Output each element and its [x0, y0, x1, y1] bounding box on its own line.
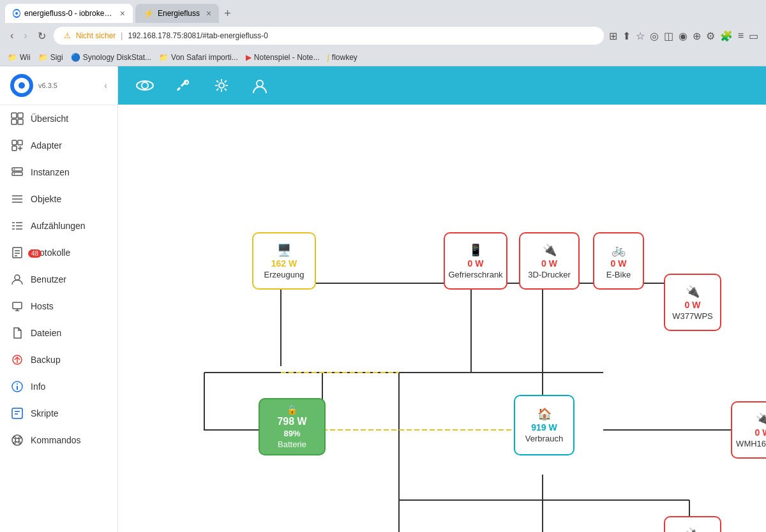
address-input[interactable]: ⚠ Nicht sicher | 192.168.178.75:8081/#ta…	[54, 27, 604, 45]
profile-icon[interactable]: ◎	[650, 30, 659, 42]
list-icon	[10, 192, 24, 206]
sidebar-item-hosts[interactable]: Hosts	[0, 293, 117, 320]
node-verbrauch[interactable]: 🏠 919 W Verbrauch	[514, 395, 574, 455]
sidebar-item-dateien[interactable]: Dateien	[0, 320, 117, 346]
sidebar-item-ubersicht-label: Übersicht	[31, 114, 68, 124]
warning-text: Nicht sicher	[76, 31, 116, 40]
sidebar-item-adapter[interactable]: Adapter	[0, 132, 117, 159]
node-batterie[interactable]: 🔒 798 W 89% Batterie	[259, 398, 326, 455]
address-text: 192.168.178.75:8081/#tab-energiefluss-0	[128, 31, 268, 40]
sidebar-item-aufzahlungen[interactable]: Aufzählungen	[0, 212, 117, 239]
sidebar-item-benutzer-label: Benutzer	[31, 274, 66, 284]
ext4-icon[interactable]: 🧩	[720, 30, 733, 42]
bookmark-synology[interactable]: 🔵 Synology DiskStat...	[71, 53, 151, 62]
tab-close-1[interactable]: ×	[120, 8, 125, 18]
sidebar-item-instanzen[interactable]: Instanzen	[0, 159, 117, 186]
sidebar-item-backup[interactable]: Backup	[0, 346, 117, 373]
new-tab-button[interactable]: +	[224, 7, 231, 20]
ebike-value: 0 W	[611, 258, 627, 269]
node-wmh160wps[interactable]: 🔌 0 W WMH160WPS	[731, 401, 766, 459]
profile-button[interactable]	[246, 71, 274, 100]
bookmark-icon[interactable]: ☆	[636, 30, 645, 42]
svg-rect-2	[11, 119, 17, 124]
ebike-label: E-Bike	[606, 270, 631, 279]
svg-rect-0	[11, 113, 17, 118]
tab-close-2[interactable]: ×	[206, 8, 211, 18]
share-icon[interactable]: ⬆	[622, 30, 631, 42]
verbrauch-value: 919 W	[531, 422, 557, 432]
svg-rect-4	[12, 140, 17, 145]
sidebar-item-protokolle[interactable]: 48 Protokolle	[0, 239, 117, 266]
main-content: 🖥️ 162 W Erzeugung 📱 0 W Gefrierschrank …	[118, 66, 766, 532]
ext1-icon[interactable]: ◉	[679, 30, 687, 42]
back-button[interactable]: ‹	[8, 27, 16, 44]
sidebar-item-kommandos[interactable]: Kommandos	[0, 427, 117, 454]
erzeugung-icon: 🖥️	[277, 243, 291, 257]
svg-rect-1	[18, 113, 23, 118]
bookmarks-bar: 📁 Wii 📁 Sigi 🔵 Synology DiskStat... 📁 Vo…	[0, 48, 766, 66]
refresh-button[interactable]: ↻	[35, 27, 49, 45]
browser-toolbar-icons: ⊞ ⬆ ☆ ◎ ◫ ◉ ⊕ ⚙ 🧩 ≡ ▭	[609, 30, 758, 42]
sidebar-item-aufzahlungen-label: Aufzählungen	[31, 221, 86, 231]
sidebar-item-skripte-label: Skripte	[31, 408, 59, 418]
ext3-icon[interactable]: ⚙	[706, 30, 715, 42]
protokolle-badge: 48	[28, 249, 41, 258]
sidebar-item-ubersicht[interactable]: Übersicht	[0, 105, 117, 132]
svg-point-49	[257, 80, 263, 87]
sidebar-item-skripte[interactable]: Skripte	[0, 400, 117, 427]
svg-point-41	[19, 437, 21, 439]
node-erzeugung[interactable]: 🖥️ 162 W Erzeugung	[252, 232, 316, 290]
menu-icon[interactable]: ≡	[738, 30, 744, 41]
node-w377wps[interactable]: 🔌 0 W W377WPS	[664, 274, 721, 331]
dropbox-icon[interactable]: ◫	[664, 30, 673, 42]
node-gefrierschrank[interactable]: 📱 0 W Gefrierschrank	[444, 232, 507, 290]
gear-button[interactable]	[207, 71, 236, 100]
node-ebike[interactable]: 🚲 0 W E-Bike	[593, 232, 644, 290]
sidebar-item-objekte-label: Objekte	[31, 194, 61, 204]
sidebar-toggle-icon[interactable]: ▭	[749, 30, 758, 42]
node-drucker[interactable]: 🔌 0 W 3D-Drucker	[519, 232, 580, 290]
bookmark-sigi[interactable]: 📁 Sigi	[38, 53, 63, 62]
batterie-value: 798 W	[277, 416, 306, 427]
ext2-icon[interactable]: ⊕	[693, 30, 701, 42]
gefrierschrank-value: 0 W	[468, 258, 484, 269]
sidebar-item-benutzer[interactable]: Benutzer	[0, 266, 117, 293]
svg-point-48	[219, 83, 224, 88]
svg-rect-46	[177, 87, 181, 91]
bookmark-flowkey-icon: ∫	[327, 53, 329, 62]
translate-icon[interactable]: ⊞	[609, 30, 617, 42]
wrench-button[interactable]	[169, 71, 197, 100]
svg-point-40	[14, 437, 16, 439]
svg-point-11	[14, 169, 15, 170]
drucker-icon: 🔌	[543, 243, 557, 257]
bookmark-flowkey[interactable]: ∫ flowkey	[327, 53, 357, 62]
forward-button[interactable]: ›	[21, 27, 29, 44]
sidebar-collapse-icon[interactable]: ‹	[104, 80, 107, 91]
node-trockner[interactable]: 🔌 0 W Trockner	[664, 516, 721, 532]
log-icon: 48	[10, 246, 24, 260]
sidebar-item-info[interactable]: Info	[0, 373, 117, 400]
enum-icon	[10, 219, 24, 233]
svg-point-42	[14, 442, 16, 444]
trockner-icon: 🔌	[686, 527, 700, 533]
bookmark-notenspiel[interactable]: ▶ Notenspiel - Note...	[246, 53, 320, 62]
erzeugung-label: Erzeugung	[264, 270, 304, 279]
drucker-label: 3D-Drucker	[528, 270, 570, 279]
app-toolbar	[118, 66, 766, 105]
view-button[interactable]	[131, 71, 159, 100]
svg-point-26	[15, 275, 20, 280]
bookmark-synology-label: Synology DiskStat...	[83, 53, 151, 62]
tab-inactive[interactable]: ⚡ Energiefluss ×	[135, 4, 219, 23]
server-icon	[10, 165, 24, 179]
sidebar-item-objekte[interactable]: Objekte	[0, 186, 117, 212]
command-icon	[10, 433, 24, 447]
bookmark-wii[interactable]: 📁 Wii	[8, 53, 31, 62]
bookmark-sigi-label: Sigi	[50, 53, 63, 62]
tab-active[interactable]: energiefluss-0 - iobroker-202... ×	[5, 4, 133, 23]
bookmark-wii-icon: 📁	[8, 53, 17, 62]
address-separator: |	[121, 31, 123, 40]
bookmark-safari[interactable]: 📁 Von Safari importi...	[159, 53, 238, 62]
script-icon	[10, 406, 24, 420]
svg-rect-27	[13, 302, 22, 309]
sidebar-item-dateien-label: Dateien	[31, 328, 61, 338]
